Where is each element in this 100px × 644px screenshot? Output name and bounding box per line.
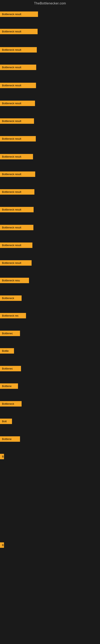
bottleneck-result-item: Bottleneck result [0, 242, 32, 248]
bottleneck-result-item: Bottlene [0, 384, 18, 389]
bottleneck-result-item: Bottleneck result [0, 154, 33, 160]
bottleneck-result-item: Bottleneck result [0, 29, 38, 34]
bottleneck-result-item: Bottleneck [0, 296, 22, 301]
bottleneck-result-item: Bottleneck result [0, 12, 38, 17]
bottleneck-result-item: Bott [0, 418, 12, 424]
bottleneck-result-item: Bottleneck resu [0, 278, 29, 283]
site-title: TheBottlenecker.com [0, 0, 100, 6]
bottleneck-result-item: Bottleneck result [0, 172, 35, 177]
bottleneck-result-item: Bottleneck result [0, 189, 34, 194]
bottleneck-result-item: Bottlenec [0, 331, 20, 336]
bottleneck-result-item: Bottlenec [0, 366, 21, 371]
bottleneck-result-item: Bottleneck result [0, 64, 36, 70]
bottleneck-result-item: Bottleneck result [0, 100, 35, 106]
bottleneck-result-item: Bottleneck result [0, 260, 32, 266]
bottleneck-result-item: Bottlene [0, 436, 20, 442]
bottleneck-result-item: Bottleneck result [0, 83, 36, 88]
bottleneck-result-item: Bottleneck result [0, 136, 36, 142]
bottleneck-result-item: Bottleneck result [0, 225, 33, 230]
bottleneck-result-item: Bottleneck [0, 401, 22, 406]
bottleneck-result-item: Bottleneck res [0, 313, 26, 318]
bottleneck-result-item: Bottleneck result [0, 118, 34, 124]
bottleneck-result-item: B [0, 542, 4, 548]
bottleneck-result-item: Bottle [0, 348, 14, 354]
bottleneck-result-item: Bottleneck result [0, 47, 37, 52]
bottleneck-result-item: Bottleneck result [0, 207, 34, 212]
bottleneck-result-item: B [0, 454, 4, 459]
